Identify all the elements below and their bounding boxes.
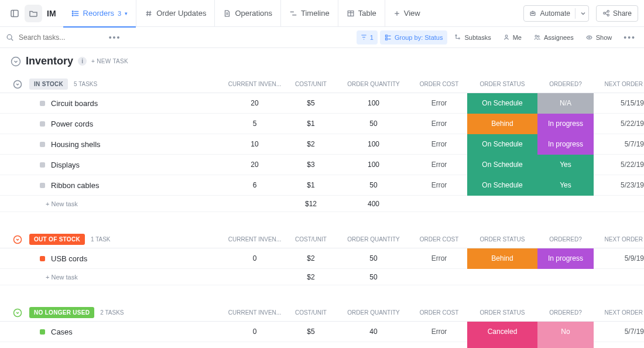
cell-inventory[interactable]: 20 bbox=[224, 161, 286, 169]
cell-next-order[interactable]: 5/7/19 bbox=[594, 140, 644, 148]
toolbar-more-icon[interactable]: ••• bbox=[619, 33, 638, 42]
cell-qty[interactable]: 100 bbox=[336, 140, 411, 148]
cell-next-order[interactable]: 5/22/19 bbox=[594, 120, 644, 128]
col-order-cost[interactable]: ORDER COST bbox=[411, 81, 467, 87]
cell-order-cost[interactable]: Error bbox=[411, 254, 467, 262]
col-order-cost[interactable]: ORDER COST bbox=[411, 309, 467, 316]
cell-cost[interactable]: $1 bbox=[286, 120, 336, 128]
cell-cost[interactable]: $5 bbox=[286, 327, 336, 336]
tab-timeline[interactable]: Timeline bbox=[280, 0, 338, 27]
automate-button[interactable]: Automate bbox=[523, 5, 589, 22]
col-qty[interactable]: ORDER QUANTITY bbox=[336, 81, 411, 87]
cell-order-cost[interactable]: Error bbox=[411, 161, 467, 169]
cell-qty[interactable]: 50 bbox=[336, 181, 411, 189]
cell-cost[interactable]: $5 bbox=[286, 99, 336, 107]
col-next-order[interactable]: NEXT ORDER bbox=[594, 309, 644, 316]
cell-status[interactable]: Canceled bbox=[467, 342, 537, 349]
cell-cost[interactable]: $1 bbox=[286, 181, 336, 189]
col-ordered[interactable]: ORDERED? bbox=[537, 236, 594, 243]
search-input[interactable] bbox=[18, 33, 94, 42]
cell-order-cost[interactable]: Error bbox=[411, 327, 467, 336]
table-row[interactable]: Ribbon cables 6 $1 50 Error On Schedule … bbox=[0, 175, 644, 196]
cell-inventory[interactable]: 0 bbox=[224, 254, 286, 262]
cell-ordered[interactable]: No bbox=[537, 342, 594, 349]
me-chip[interactable]: Me bbox=[498, 30, 526, 45]
tab-operations[interactable]: Operations bbox=[214, 0, 280, 27]
cell-inventory[interactable]: 10 bbox=[224, 140, 286, 148]
cell-qty[interactable]: 100 bbox=[336, 161, 411, 169]
cell-status[interactable]: On Schedule bbox=[467, 175, 537, 196]
cell-next-order[interactable]: 5/22/19 bbox=[594, 161, 644, 169]
cell-inventory[interactable]: 0 bbox=[224, 327, 286, 336]
col-next-order[interactable]: NEXT ORDER bbox=[594, 81, 644, 87]
new-task-header-button[interactable]: + NEW TASK bbox=[91, 58, 128, 64]
col-ordered[interactable]: ORDERED? bbox=[537, 81, 594, 87]
cell-status[interactable]: Behind bbox=[467, 114, 537, 134]
assignees-chip[interactable]: Assignees bbox=[529, 30, 578, 45]
page-collapse-icon[interactable] bbox=[11, 56, 21, 67]
show-chip[interactable]: Show bbox=[581, 30, 617, 45]
tab-reorders[interactable]: Reorders3▾ bbox=[63, 0, 136, 27]
col-inventory[interactable]: CURRENT INVEN... bbox=[224, 236, 286, 243]
search-box[interactable] bbox=[6, 33, 94, 42]
cell-status[interactable]: Canceled bbox=[467, 322, 537, 342]
cell-cost[interactable]: $2 bbox=[286, 254, 336, 262]
cell-ordered[interactable]: In progress bbox=[537, 134, 594, 155]
table-row[interactable]: Housing shells 10 $2 100 Error On Schedu… bbox=[0, 134, 644, 155]
table-row[interactable]: Circuit boards 20 $5 100 Error On Schedu… bbox=[0, 93, 644, 114]
cell-cost[interactable]: $3 bbox=[286, 161, 336, 169]
search-more-icon[interactable]: ••• bbox=[109, 33, 121, 42]
col-qty[interactable]: ORDER QUANTITY bbox=[336, 309, 411, 316]
col-status[interactable]: ORDER STATUS bbox=[467, 309, 537, 316]
subtasks-chip[interactable]: Subtasks bbox=[450, 30, 495, 45]
cell-inventory[interactable]: 5 bbox=[224, 120, 286, 128]
tab-table[interactable]: Table bbox=[338, 0, 385, 27]
group-collapse-icon[interactable] bbox=[13, 80, 22, 89]
info-icon[interactable]: i bbox=[78, 57, 87, 66]
cell-qty[interactable]: 50 bbox=[336, 254, 411, 262]
cell-ordered[interactable]: N/A bbox=[537, 93, 594, 114]
new-task-button[interactable]: + New task bbox=[46, 274, 78, 281]
cell-next-order[interactable]: 5/7/19 bbox=[594, 327, 644, 336]
cell-qty[interactable]: 100 bbox=[336, 99, 411, 107]
cell-order-cost[interactable]: Error bbox=[411, 181, 467, 189]
sidebar-toggle-icon[interactable] bbox=[6, 5, 23, 22]
cell-status[interactable]: On Schedule bbox=[467, 93, 537, 114]
group-status-pill[interactable]: OUT OF STOCK bbox=[29, 234, 85, 245]
col-cost[interactable]: COST/UNIT bbox=[286, 309, 336, 316]
folder-icon[interactable] bbox=[25, 5, 42, 22]
cell-qty[interactable]: 50 bbox=[336, 120, 411, 128]
group-status-pill[interactable]: IN STOCK bbox=[29, 79, 68, 90]
col-inventory[interactable]: CURRENT INVEN... bbox=[224, 309, 286, 316]
col-status[interactable]: ORDER STATUS bbox=[467, 81, 537, 87]
table-row[interactable]: USB cords 0 $2 50 Error Behind In progre… bbox=[0, 248, 644, 269]
col-ordered[interactable]: ORDERED? bbox=[537, 309, 594, 316]
col-inventory[interactable]: CURRENT INVEN... bbox=[224, 81, 286, 87]
cell-ordered[interactable]: In progress bbox=[537, 248, 594, 269]
cell-inventory[interactable]: 20 bbox=[224, 99, 286, 107]
new-task-button[interactable]: + New task bbox=[46, 200, 78, 207]
col-cost[interactable]: COST/UNIT bbox=[286, 236, 336, 243]
cell-status[interactable]: On Schedule bbox=[467, 134, 537, 155]
group-collapse-icon[interactable] bbox=[13, 235, 22, 244]
table-row[interactable]: Capacitors 0 $1 300 Error Canceled No 5/… bbox=[0, 342, 644, 348]
group-collapse-icon[interactable] bbox=[13, 308, 22, 318]
groupby-chip[interactable]: Group by: Status bbox=[380, 30, 448, 45]
cell-status[interactable]: Behind bbox=[467, 248, 537, 269]
col-order-cost[interactable]: ORDER COST bbox=[411, 236, 467, 243]
cell-qty[interactable]: 40 bbox=[336, 327, 411, 336]
cell-ordered[interactable]: In progress bbox=[537, 114, 594, 134]
cell-ordered[interactable]: Yes bbox=[537, 155, 594, 175]
cell-ordered[interactable]: Yes bbox=[537, 175, 594, 196]
group-status-pill[interactable]: NO LONGER USED bbox=[29, 307, 94, 318]
col-status[interactable]: ORDER STATUS bbox=[467, 236, 537, 243]
cell-inventory[interactable]: 6 bbox=[224, 181, 286, 189]
cell-ordered[interactable]: No bbox=[537, 322, 594, 342]
col-next-order[interactable]: NEXT ORDER bbox=[594, 236, 644, 243]
col-cost[interactable]: COST/UNIT bbox=[286, 81, 336, 87]
cell-order-cost[interactable]: Error bbox=[411, 99, 467, 107]
cell-order-cost[interactable]: Error bbox=[411, 140, 467, 148]
cell-cost[interactable]: $2 bbox=[286, 140, 336, 148]
filter-count-chip[interactable]: 1 bbox=[357, 30, 378, 45]
cell-next-order[interactable]: 5/15/19 bbox=[594, 99, 644, 107]
